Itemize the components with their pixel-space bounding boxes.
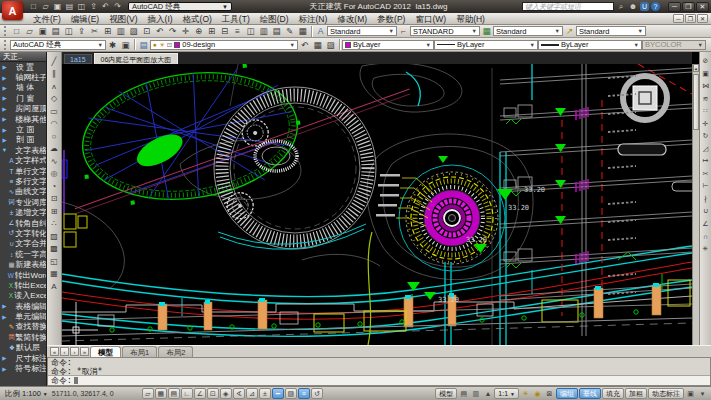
sidebar-item[interactable]: ▦ 新建表格 [0, 259, 46, 269]
layer-previous-icon[interactable]: ↶ [298, 39, 311, 51]
hatch-icon[interactable]: ▨ [48, 230, 61, 243]
drawing-area[interactable]: 1a15 06内庭总平面图放大图 [62, 52, 692, 345]
fillet-icon[interactable]: ∩ [700, 230, 711, 243]
annotation-visibility-icon[interactable]: ☀ [520, 388, 531, 399]
sidebar-item[interactable]: ▶ 尺寸标注 [0, 353, 46, 363]
workspace-settings-icon[interactable]: ✱ [106, 39, 119, 51]
vertical-scrollbar[interactable]: ▲ [692, 64, 699, 345]
toolbar-button[interactable]: ▤ [49, 25, 62, 37]
tab-nav-next-icon[interactable]: › [70, 347, 79, 356]
status-toggle-button[interactable]: ± [259, 388, 271, 399]
tarch-status-button[interactable]: 加粗 [625, 388, 647, 399]
tarch-status-button[interactable]: 动态标注 [648, 388, 684, 399]
polygon-icon[interactable]: ◇ [48, 93, 61, 106]
help-icon[interactable]: ? [651, 2, 660, 11]
array-icon[interactable]: ∷ [700, 105, 711, 118]
sidebar-item[interactable]: ↺ 文字转化 [0, 228, 46, 238]
layout1-icon[interactable]: ▤ [458, 388, 469, 399]
move-icon[interactable]: ✛ [700, 118, 711, 131]
layout-tab[interactable]: 模型 [90, 346, 121, 357]
status-toggle-button[interactable]: ◈ [220, 388, 232, 399]
layout-tab[interactable]: 布局2 [158, 346, 193, 357]
menu-item[interactable]: 窗口(W) [410, 13, 451, 25]
toolbar-button[interactable]: ⊕ [192, 25, 205, 37]
layer-on-icon[interactable]: ● [153, 41, 157, 48]
toolbar-button[interactable]: ⊞ [101, 25, 114, 37]
layer-state-icon[interactable]: ▦ [311, 39, 324, 51]
annotation-auto-icon[interactable]: ◉ [532, 388, 543, 399]
region-icon[interactable]: ◱ [48, 255, 61, 268]
line-icon[interactable]: ╱ [48, 55, 61, 68]
toolbar-button[interactable]: ⊟ [218, 25, 231, 37]
drawing-viewport[interactable]: 33.20 33.20 33.20 33.20 [62, 64, 692, 345]
circle-icon[interactable]: ○ [48, 130, 61, 143]
sidebar-item[interactable]: ▶ 符号标注 [0, 363, 46, 373]
layer-lock-icon[interactable]: ⊡ [167, 41, 172, 49]
status-toggle-button[interactable]: ↺ [311, 388, 323, 399]
sidebar-item[interactable]: ▶ 门 窗 [0, 93, 46, 103]
toolbar-button[interactable]: ✛ [179, 25, 192, 37]
menu-item[interactable]: 视图(V) [104, 13, 142, 25]
annotation-scale-dropdown[interactable]: 1:1 ▼ [494, 388, 519, 399]
status-toggle-button[interactable]: ⊡ [207, 388, 219, 399]
gradient-icon[interactable]: ▩ [48, 243, 61, 256]
sidebar-item[interactable]: ▶ 楼梯其他 [0, 114, 46, 124]
menu-item[interactable]: 文件(F) [28, 13, 66, 25]
layer-freeze-icon[interactable]: ☀ [159, 41, 165, 49]
restore-button[interactable]: ❐ [682, 2, 695, 12]
workspace-dropdown[interactable]: AutoCAD 经典 ▼ [128, 2, 232, 11]
command-input-line[interactable]: 命令: [48, 376, 710, 385]
tab-nav-first-icon[interactable]: « [50, 347, 59, 356]
workspace-save-icon[interactable]: ▣ [119, 39, 132, 51]
model-space-button[interactable]: 模型 [435, 388, 457, 399]
toolbar-button[interactable]: ◫ [62, 25, 75, 37]
toolbar-button[interactable]: ≡ [231, 25, 244, 37]
exchange-icon[interactable]: U [640, 2, 649, 11]
status-toggle-button[interactable]: ∠ [194, 388, 206, 399]
menu-item[interactable]: 格式(O) [178, 13, 217, 25]
menu-item[interactable]: 编辑(E) [66, 13, 104, 25]
qat-button[interactable]: ↷ [112, 1, 123, 12]
revcloud-icon[interactable]: ☁ [48, 143, 61, 156]
sidebar-item[interactable]: ▼ 文字表格 [0, 145, 46, 155]
rotate-icon[interactable]: ↻ [700, 130, 711, 143]
sidebar-item[interactable]: ∿ 曲线文字 [0, 187, 46, 197]
status-toggle-button[interactable]: ∟ [181, 388, 193, 399]
qat-button[interactable]: □ [28, 1, 39, 12]
sidebar-item[interactable]: ∠ 转角自纠 [0, 218, 46, 228]
sidebar-item[interactable]: ≡ 多行文字 [0, 176, 46, 186]
mtext-icon[interactable]: A [48, 280, 61, 293]
sidebar-item[interactable]: ± 递增文字 [0, 207, 46, 217]
search-binoculars-icon[interactable]: ⌕ [616, 2, 626, 12]
menu-item[interactable]: 参数(P) [372, 13, 410, 25]
qat-button[interactable]: ▱ [40, 1, 51, 12]
workspace-toolbar-dropdown[interactable]: AutoCAD 经典▼ [10, 40, 106, 50]
menu-item[interactable]: 绘图(D) [255, 13, 294, 25]
qat-button[interactable]: ◫ [76, 1, 87, 12]
erase-icon[interactable]: ⊘ [700, 55, 711, 68]
sidebar-item[interactable]: ∪ 文字合并 [0, 239, 46, 249]
status-toggle-button[interactable]: ━ [272, 388, 284, 399]
tarch-status-button[interactable]: 基线 [579, 388, 601, 399]
toolbar-button[interactable]: ▥ [257, 25, 270, 37]
toolbar-grip[interactable] [4, 26, 8, 36]
status-toggle-button[interactable]: ⊿ [246, 388, 258, 399]
layout2-icon[interactable]: ▥ [470, 388, 481, 399]
layer-match-icon[interactable]: ▨ [324, 39, 337, 51]
menu-item[interactable]: 标注(N) [294, 13, 333, 25]
dwg-restore-button[interactable]: ❐ [685, 14, 696, 23]
copy-icon[interactable]: ▣ [700, 68, 711, 81]
sidebar-item[interactable]: X 读入Excel [0, 291, 46, 301]
sidebar-item[interactable]: ▶ 立 面 [0, 124, 46, 134]
close-button[interactable]: ✕ [696, 2, 709, 12]
status-toggle-button[interactable]: ▤ [168, 388, 180, 399]
text-style-dropdown[interactable]: Standard▼ [327, 26, 397, 36]
screen-menu-header[interactable]: 天正.. [0, 52, 46, 62]
sidebar-item[interactable]: ↕ 统一字高 [0, 249, 46, 259]
infocenter-search-input[interactable] [522, 2, 614, 11]
toolbar-button[interactable]: ▣ [36, 25, 49, 37]
dwg-close-button[interactable]: ✕ [697, 14, 708, 23]
toolbar-button[interactable]: ◫ [244, 25, 257, 37]
toolbar-button[interactable]: ⇪ [75, 25, 88, 37]
lineweight-dropdown[interactable]: ByLayer▼ [538, 40, 642, 50]
